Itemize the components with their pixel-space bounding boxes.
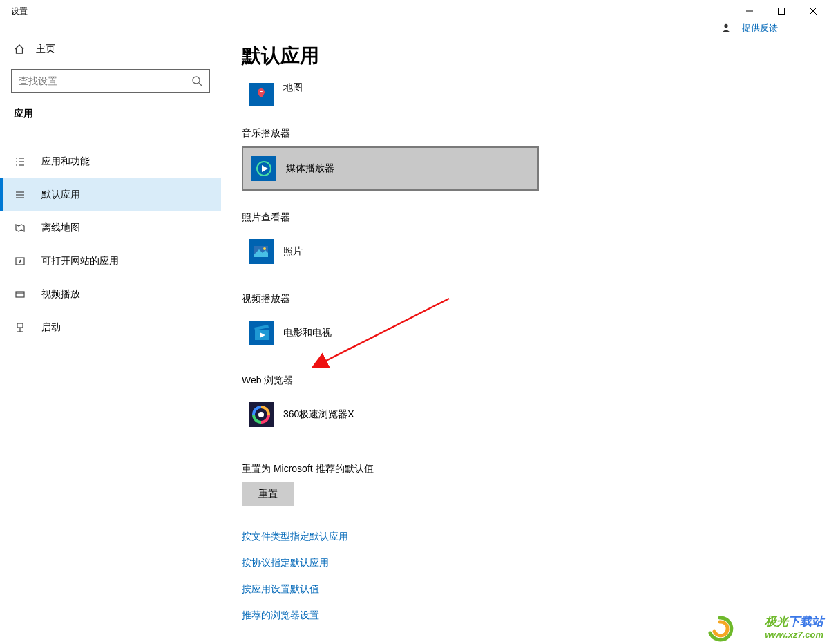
category-label-web: Web 浏览器 bbox=[242, 375, 801, 387]
search-input[interactable] bbox=[12, 75, 209, 86]
home-label: 主页 bbox=[36, 43, 55, 55]
sidebar-item-apps-features[interactable]: 应用和功能 bbox=[0, 145, 221, 178]
default-app-tile-photo[interactable]: 照片 bbox=[242, 231, 539, 272]
maps-app-icon bbox=[249, 83, 274, 106]
home-button[interactable]: 主页 bbox=[0, 43, 221, 69]
svg-point-21 bbox=[724, 24, 727, 28]
website-app-icon bbox=[14, 255, 26, 267]
map-icon bbox=[14, 222, 26, 234]
svg-rect-18 bbox=[17, 323, 23, 328]
defaults-icon bbox=[14, 189, 26, 201]
window-title: 设置 bbox=[11, 6, 28, 17]
main-layout: 主页 应用 应用和功能 默认应用 离线地图 bbox=[0, 22, 829, 644]
feedback-link[interactable]: 提供反馈 bbox=[721, 22, 778, 35]
movies-tv-icon bbox=[249, 321, 274, 345]
svg-rect-16 bbox=[16, 292, 24, 297]
link-by-app[interactable]: 按应用设置默认值 bbox=[242, 583, 801, 596]
sidebar: 主页 应用 应用和功能 默认应用 离线地图 bbox=[0, 22, 221, 644]
link-by-file-type[interactable]: 按文件类型指定默认应用 bbox=[242, 531, 801, 543]
search-icon bbox=[191, 75, 202, 89]
reset-button[interactable]: 重置 bbox=[242, 482, 294, 506]
category-label-video: 视频播放器 bbox=[242, 293, 801, 305]
app-name-label: 照片 bbox=[283, 245, 303, 258]
sidebar-item-offline-maps[interactable]: 离线地图 bbox=[0, 211, 221, 245]
svg-point-29 bbox=[263, 247, 266, 250]
sidebar-item-label: 默认应用 bbox=[41, 189, 80, 201]
sidebar-section-label: 应用 bbox=[0, 105, 221, 127]
app-name-label: 媒体播放器 bbox=[286, 162, 334, 175]
home-icon bbox=[14, 44, 25, 55]
search-box[interactable] bbox=[11, 69, 210, 93]
default-app-tile-music[interactable]: 媒体播放器 bbox=[242, 146, 539, 191]
close-button[interactable] bbox=[797, 0, 829, 22]
maximize-icon bbox=[778, 8, 785, 15]
sidebar-item-label: 离线地图 bbox=[41, 222, 80, 234]
sidebar-item-label: 启动 bbox=[41, 321, 61, 334]
media-player-icon bbox=[251, 156, 276, 181]
startup-icon bbox=[14, 321, 26, 334]
maximize-button[interactable] bbox=[765, 0, 797, 22]
sidebar-item-startup[interactable]: 启动 bbox=[0, 311, 221, 344]
minimize-icon bbox=[746, 8, 753, 15]
watermark-line2: www.xz7.com bbox=[765, 629, 823, 640]
default-app-tile-web[interactable]: 360极速浏览器X bbox=[242, 394, 539, 435]
page-title: 默认应用 bbox=[242, 43, 801, 69]
category-label-photo: 照片查看器 bbox=[242, 211, 801, 224]
maps-app-label: 地图 bbox=[283, 83, 303, 94]
sidebar-item-label: 可打开网站的应用 bbox=[41, 255, 119, 267]
related-links: 按文件类型指定默认应用 按协议指定默认应用 按应用设置默认值 推荐的浏览器设置 bbox=[242, 531, 801, 622]
titlebar: 设置 bbox=[0, 0, 829, 22]
default-app-tile-maps-partial[interactable]: 地图 bbox=[242, 83, 801, 106]
browser-360-icon bbox=[249, 402, 274, 427]
category-label-music: 音乐播放器 bbox=[242, 127, 801, 140]
app-name-label: 360极速浏览器X bbox=[283, 408, 354, 421]
app-name-label: 电影和电视 bbox=[283, 327, 332, 339]
link-by-protocol[interactable]: 按协议指定默认应用 bbox=[242, 557, 801, 569]
svg-point-37 bbox=[258, 412, 264, 417]
sidebar-item-default-apps[interactable]: 默认应用 bbox=[0, 178, 221, 211]
window-controls bbox=[734, 0, 829, 22]
feedback-label: 提供反馈 bbox=[742, 22, 778, 35]
video-icon bbox=[14, 288, 26, 301]
content-area: 默认应用 提供反馈 地图 音乐播放器 媒体播放器 照片查看器 bbox=[221, 22, 829, 644]
svg-line-5 bbox=[199, 83, 202, 86]
default-app-tile-video[interactable]: 电影和电视 bbox=[242, 312, 539, 354]
watermark-line1: 极光下载站 bbox=[765, 614, 823, 629]
sidebar-item-video-playback[interactable]: 视频播放 bbox=[0, 278, 221, 311]
sidebar-item-label: 视频播放 bbox=[41, 288, 80, 301]
sidebar-item-label: 应用和功能 bbox=[41, 155, 90, 168]
watermark-logo-icon bbox=[706, 615, 734, 643]
sidebar-item-apps-for-websites[interactable]: 可打开网站的应用 bbox=[0, 245, 221, 278]
list-icon bbox=[14, 155, 26, 168]
reset-label: 重置为 Microsoft 推荐的默认值 bbox=[242, 463, 801, 475]
svg-rect-1 bbox=[779, 8, 785, 15]
svg-rect-15 bbox=[16, 258, 24, 265]
person-icon bbox=[721, 23, 732, 34]
watermark: 极光下载站 www.xz7.com bbox=[765, 614, 823, 640]
photos-app-icon bbox=[249, 239, 274, 264]
close-icon bbox=[810, 8, 817, 15]
svg-point-4 bbox=[193, 77, 200, 84]
minimize-button[interactable] bbox=[734, 0, 765, 22]
